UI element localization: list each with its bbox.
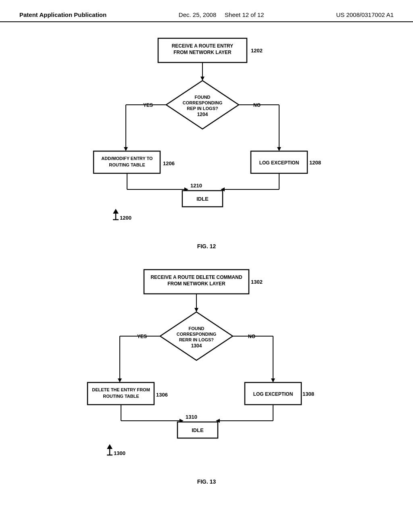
fig13-num1302: 1302: [251, 279, 263, 285]
date-sheet: Dec. 25, 2008 Sheet 12 of 12: [179, 11, 264, 18]
fig13-num1308: 1308: [302, 391, 314, 397]
fig13-left-text2: ROUTING TABLE: [103, 394, 139, 399]
fig13-right-text: LOG EXCEPTION: [253, 391, 293, 397]
fig12-num1208: 1208: [309, 160, 321, 166]
fig13-start-text2: FROM NETWORK LAYER: [167, 281, 225, 287]
fig12-num1206: 1206: [163, 160, 175, 166]
fig13-right-arrow-head: [271, 378, 275, 382]
fig12-diamond-text3: REP IN LOGS?: [187, 106, 218, 111]
fig12-label-text: FIG. 12: [197, 243, 216, 249]
fig12-left-text2: ROUTING TABLE: [109, 162, 145, 167]
fig12-diamond-text1: FOUND: [194, 95, 210, 100]
fig13-up-arrow-head: [107, 444, 113, 449]
patent-number: US 2008/0317002 A1: [336, 11, 394, 18]
fig13-label: FIG. 13: [16, 478, 397, 485]
fig13-start-text1: RECEIVE A ROUTE DELETE COMMAND: [150, 274, 242, 280]
fig13-diamond-text3: RERR IN LOGS?: [179, 337, 214, 342]
fig12-start-text1: RECEIVE A ROUTE ENTRY: [172, 43, 234, 49]
fig13-left-arrow-head: [118, 378, 122, 382]
fig13-diamond-text1: FOUND: [188, 326, 204, 331]
fig12-diamond-text2: CORRESPONDING: [183, 100, 222, 105]
fig12-right-text: LOG EXCEPTION: [259, 160, 299, 166]
fig12-num1200: 1200: [120, 215, 131, 221]
fig12-label: FIG. 12: [16, 243, 397, 249]
fig12-num1202: 1202: [251, 48, 263, 54]
fig12-right-arrow-head: [277, 147, 281, 151]
fig12-up-arrow-head: [113, 209, 119, 214]
publication-text: Patent Application Publication: [19, 11, 106, 18]
fig12-start-text2: FROM NETWORK LAYER: [173, 50, 232, 55]
main-content: RECEIVE A ROUTE ENTRY FROM NETWORK LAYER…: [0, 22, 413, 505]
fig12-flowchart: RECEIVE A ROUTE ENTRY FROM NETWORK LAYER…: [16, 30, 397, 249]
publication-label: Patent Application Publication: [19, 11, 106, 18]
fig13-flowchart: RECEIVE A ROUTE DELETE COMMAND FROM NETW…: [16, 262, 397, 485]
fig12-diamond-id: 1204: [197, 112, 208, 117]
fig12-num1210: 1210: [190, 183, 202, 189]
fig13-num1306: 1306: [156, 392, 168, 398]
date-text: Dec. 25, 2008: [179, 11, 216, 18]
fig13-idle-text: IDLE: [192, 427, 204, 433]
fig13-left-text1: DELETE THE ENTRY FROM: [92, 387, 150, 392]
fig13-num1300: 1300: [114, 450, 125, 456]
patent-text: US 2008/0317002 A1: [336, 11, 394, 18]
fig12-left-arrow-head: [124, 147, 128, 151]
fig13-label-text: FIG. 13: [197, 478, 216, 485]
fig13-diamond-text2: CORRESPONDING: [177, 332, 216, 337]
page-header: Patent Application Publication Dec. 25, …: [0, 0, 413, 22]
fig12-svg: RECEIVE A ROUTE ENTRY FROM NETWORK LAYER…: [69, 30, 344, 240]
fig13-diamond-id: 1304: [191, 343, 202, 349]
fig13-svg: RECEIVE A ROUTE DELETE COMMAND FROM NETW…: [69, 262, 344, 475]
fig13-num1310: 1310: [186, 414, 197, 420]
sheet-text: Sheet 12 of 12: [225, 11, 264, 18]
fig12-idle-text: IDLE: [196, 196, 209, 202]
fig12-left-text1: ADD/MODIFY ENTRY TO: [101, 156, 153, 161]
